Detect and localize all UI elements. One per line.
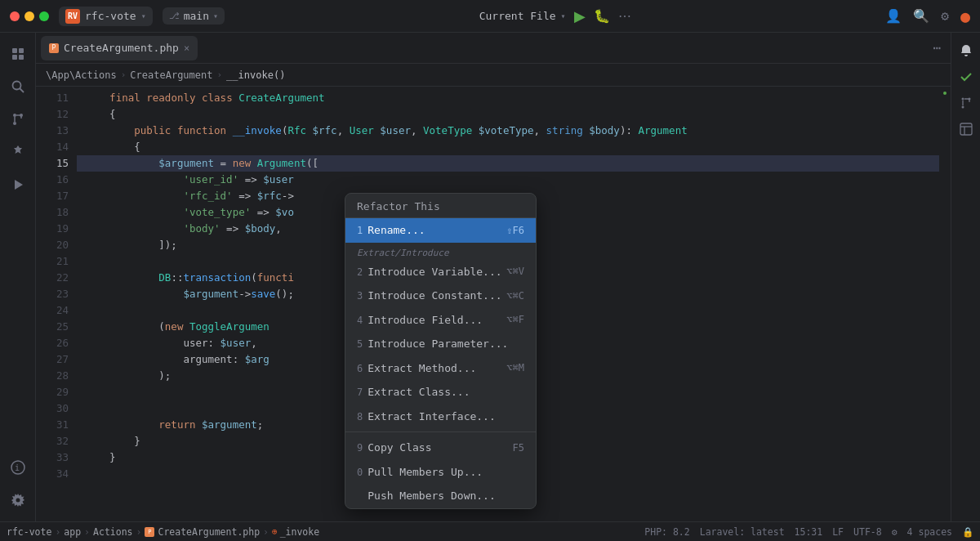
- ln-33: 33: [36, 449, 69, 466]
- code-line-11: final readonly class CreateArgument: [77, 90, 939, 106]
- run-config: Current File ▾: [479, 10, 566, 22]
- branch-icon: ⎇: [169, 11, 180, 21]
- project-selector[interactable]: RV rfc-vote ▾: [59, 7, 153, 26]
- run-config-chevron-icon: ▾: [561, 11, 566, 20]
- ln-27: 27: [36, 351, 69, 368]
- rs-notifications-icon[interactable]: [955, 39, 978, 62]
- breadcrumb-actions[interactable]: \App\Actions: [46, 69, 117, 81]
- activity-alerts-icon[interactable]: i: [3, 453, 33, 482]
- menu-item-copy-class[interactable]: 9Copy Class F5: [345, 436, 536, 460]
- branch-selector[interactable]: ⎇ main ▾: [163, 7, 225, 25]
- activity-git-icon[interactable]: [3, 105, 33, 134]
- run-button[interactable]: ▶: [574, 7, 586, 25]
- rs-layout-icon[interactable]: [955, 118, 978, 141]
- settings-icon[interactable]: ⚙: [941, 8, 949, 24]
- activity-settings2-icon[interactable]: [3, 485, 33, 515]
- code-content[interactable]: final readonly class CreateArgument { pu…: [77, 87, 939, 521]
- branch-chevron-icon: ▾: [213, 11, 218, 20]
- ln-15: 15: [36, 155, 69, 172]
- ln-23: 23: [36, 286, 69, 302]
- tab-more-icon[interactable]: ⋯: [928, 40, 946, 56]
- bb-sep1: ›: [55, 526, 60, 538]
- bb-method-icon: ⊕: [272, 526, 278, 537]
- svg-point-6: [13, 114, 16, 117]
- close-button[interactable]: [10, 11, 20, 21]
- svg-marker-9: [15, 180, 23, 190]
- activity-search-icon[interactable]: [3, 72, 33, 101]
- search-icon[interactable]: 🔍: [913, 8, 929, 24]
- bb-app[interactable]: app: [64, 526, 81, 538]
- activity-explorer-icon[interactable]: [3, 39, 33, 69]
- more-button[interactable]: ⋯: [618, 8, 631, 24]
- ln-22: 22: [36, 270, 69, 286]
- ln-11: 11: [36, 90, 69, 106]
- bb-actions[interactable]: Actions: [93, 526, 132, 538]
- menu-item-introduce-constant[interactable]: 3Introduce Constant... ⌥⌘C: [345, 284, 536, 308]
- code-line-12: {: [77, 106, 939, 123]
- rs-check-icon[interactable]: [955, 65, 978, 88]
- svg-point-13: [961, 98, 964, 101]
- bb-sep3: ›: [136, 526, 142, 538]
- menu-item-extract-method[interactable]: 6Extract Method... ⌥⌘M: [345, 356, 536, 381]
- bb-project[interactable]: rfc-vote: [7, 526, 51, 538]
- titlebar-left: RV rfc-vote ▾ ⎇ main ▾: [10, 7, 225, 26]
- breadcrumb-class[interactable]: CreateArgument: [130, 69, 212, 81]
- menu-item-introduce-variable[interactable]: 2Introduce Variable... ⌥⌘V: [345, 260, 536, 284]
- rs-git-icon[interactable]: [955, 92, 978, 114]
- titlebar-center: Current File ▾ ▶ 🐛 ⋯: [479, 7, 631, 25]
- activity-run-icon[interactable]: [3, 170, 33, 199]
- code-line-16: 'user_id' => $user: [77, 172, 939, 188]
- editor-tab[interactable]: P CreateArgument.php ×: [41, 36, 198, 60]
- ln-30: 30: [36, 400, 69, 417]
- line-numbers: 11 12 13 14 15 16 17 18 19 20 21 22 23 2…: [36, 87, 77, 521]
- menu-item-extract-class[interactable]: 7Extract Class...: [345, 380, 536, 405]
- bb-file-icon: P: [145, 527, 154, 537]
- ln-16: 16: [36, 172, 69, 188]
- svg-rect-1: [19, 48, 24, 53]
- status-encoding[interactable]: UTF-8: [853, 526, 882, 538]
- status-php[interactable]: PHP: 8.2: [644, 526, 689, 538]
- status-settings-icon[interactable]: ⚙: [892, 526, 898, 538]
- bb-file[interactable]: CreateArgument.php: [158, 526, 260, 538]
- code-line-14: {: [77, 139, 939, 155]
- tab-close-icon[interactable]: ×: [184, 42, 189, 54]
- code-line-13: public function __invoke(Rfc $rfc, User …: [77, 123, 939, 139]
- activity-extensions-icon[interactable]: [3, 137, 33, 167]
- run-config-label: Current File: [479, 10, 556, 22]
- ln-19: 19: [36, 221, 69, 237]
- main-layout: i P CreateArgument.php × ⋯ \App\Actions …: [0, 33, 980, 521]
- bb-method[interactable]: _invoke: [280, 526, 319, 538]
- bottom-breadcrumb: rfc-vote › app › Actions › P CreateArgum…: [7, 526, 644, 538]
- status-laravel[interactable]: Laravel: latest: [700, 526, 785, 538]
- bottom-bar: rfc-vote › app › Actions › P CreateArgum…: [0, 521, 980, 541]
- maximize-button[interactable]: [39, 11, 49, 21]
- code-editor: 11 12 13 14 15 16 17 18 19 20 21 22 23 2…: [36, 87, 951, 521]
- status-time: 15:31: [795, 526, 823, 538]
- right-gutter: [939, 87, 951, 521]
- status-indent[interactable]: 4 spaces: [907, 526, 952, 538]
- right-sidebar: [951, 33, 980, 521]
- menu-item-rename[interactable]: 1Rename... ⇧F6: [345, 218, 536, 243]
- debug-button[interactable]: 🐛: [594, 8, 610, 24]
- tab-file-icon: P: [49, 43, 59, 53]
- minimize-button[interactable]: [24, 11, 34, 21]
- breadcrumb-sep2: ›: [216, 69, 222, 80]
- svg-rect-3: [19, 55, 24, 60]
- notifications-icon[interactable]: 👤: [885, 8, 902, 24]
- gutter-mark-1: [943, 92, 947, 95]
- breadcrumb-method[interactable]: __invoke(): [226, 69, 285, 81]
- project-avatar: RV: [65, 9, 80, 24]
- menu-item-pull-members[interactable]: 0Pull Members Up...: [345, 460, 536, 485]
- project-chevron-icon: ▾: [141, 11, 146, 20]
- profile-icon[interactable]: ●: [960, 7, 970, 26]
- refactor-context-menu: Refactor This 1Rename... ⇧F6 Extract/Int…: [345, 193, 537, 509]
- menu-item-push-members[interactable]: .Push Members Down...: [345, 484, 536, 508]
- traffic-lights: [10, 11, 49, 21]
- menu-item-introduce-parameter[interactable]: 5Introduce Parameter...: [345, 332, 536, 356]
- breadcrumb-sep1: ›: [121, 69, 127, 80]
- menu-item-introduce-field[interactable]: 4Introduce Field... ⌥⌘F: [345, 308, 536, 333]
- status-lf[interactable]: LF: [832, 526, 844, 538]
- bb-sep2: ›: [84, 526, 90, 538]
- ln-29: 29: [36, 384, 69, 400]
- menu-item-extract-interface[interactable]: 8Extract Interface...: [345, 405, 536, 429]
